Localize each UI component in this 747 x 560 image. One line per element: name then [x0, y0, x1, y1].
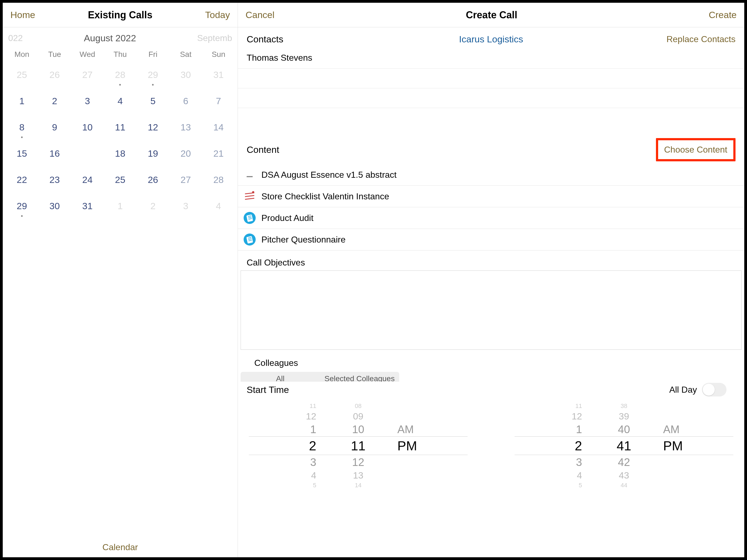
calendar-week: 25262728293031 [5, 68, 235, 82]
calendar-day[interactable]: 28 [104, 68, 137, 82]
content-list: DSA August Essence v1.5 abstractStore Ch… [238, 164, 744, 251]
calendar-day[interactable]: 5 [136, 94, 169, 108]
dow-cell: Tue [38, 50, 71, 59]
company-link[interactable]: Icarus Logistics [459, 34, 523, 45]
calendar-day[interactable]: 16 [38, 146, 71, 160]
calendar-day[interactable]: 3 [169, 199, 202, 213]
right-panel: Cancel Create Call Create Contacts Icaru… [238, 3, 744, 557]
cancel-button[interactable]: Cancel [246, 9, 275, 20]
time-pickers: 11081209110AM211PM312413514 11381239140A… [238, 397, 744, 489]
colleagues-label: Colleagues [238, 350, 744, 368]
contacts-label: Contacts [247, 34, 283, 45]
content-item[interactable]: Store Checklist Valentin Instance [238, 186, 744, 207]
calendar-tab[interactable]: Calendar [103, 542, 138, 552]
calendar-day[interactable]: 28 [202, 173, 235, 187]
calendar-day[interactable]: 20 [169, 146, 202, 160]
calendar-day[interactable]: 13 [169, 120, 202, 134]
calendar-day[interactable]: 26 [136, 173, 169, 187]
calendar-day[interactable]: 9 [38, 120, 71, 134]
content-item-label: DSA August Essence v1.5 abstract [261, 170, 397, 180]
calendar-day[interactable]: 25 [104, 173, 137, 187]
picker-row[interactable]: 1138 [515, 402, 733, 410]
picker-row[interactable]: 1209 [249, 410, 468, 422]
svg-rect-0 [247, 176, 253, 177]
content-item[interactable]: Pitcher Questionnaire [238, 229, 744, 251]
calendar-day[interactable]: 31 [71, 199, 104, 213]
content-item[interactable]: Product Audit [238, 207, 744, 229]
picker-row[interactable]: 413 [249, 469, 468, 481]
start-time-row: Start Time All Day [238, 382, 744, 397]
calendar-day[interactable]: 6 [169, 94, 202, 108]
calendar-day[interactable]: 8 [5, 120, 38, 134]
calendar-day[interactable]: 31 [202, 68, 235, 82]
call-objectives-input[interactable] [241, 271, 742, 350]
end-time-picker[interactable]: 11381239140AM241PM342443544 [515, 402, 733, 489]
picker-row[interactable]: 443 [515, 469, 733, 481]
picker-row[interactable]: 241PM [515, 436, 733, 455]
picker-row[interactable]: 342 [515, 455, 733, 469]
calendar-day[interactable]: 1 [5, 94, 38, 108]
current-month: August 2022 [84, 33, 136, 44]
today-button[interactable]: Today [205, 9, 230, 20]
call-objectives-label: Call Objectives [238, 251, 744, 271]
calendar-day[interactable]: 21 [202, 146, 235, 160]
calendar-day[interactable]: 30 [169, 68, 202, 82]
picker-row[interactable]: 1239 [515, 410, 733, 422]
calendar-day[interactable]: 27 [71, 68, 104, 82]
picker-row[interactable]: 140AM [515, 422, 733, 436]
calendar-day[interactable]: 29 [5, 199, 38, 213]
calendar-day[interactable]: 10 [71, 120, 104, 134]
prev-month[interactable]: 022 [8, 33, 23, 43]
calendar-week: 1234567 [5, 94, 235, 108]
calendar-day[interactable]: 30 [38, 199, 71, 213]
calendar-day[interactable]: 12 [136, 120, 169, 134]
start-time-label: Start Time [247, 384, 289, 395]
home-button[interactable]: Home [10, 9, 35, 20]
next-month[interactable]: Septemb [197, 33, 232, 43]
calendar: MonTueWedThuFriSatSun 252627282930311234… [3, 46, 238, 213]
content-item[interactable]: DSA August Essence v1.5 abstract [238, 164, 744, 186]
picker-row[interactable]: 312 [249, 455, 468, 469]
left-title: Existing Calls [88, 9, 152, 21]
picker-row[interactable]: 514 [249, 481, 468, 489]
start-time-picker[interactable]: 11081209110AM211PM312413514 [249, 402, 468, 489]
content-item-label: Product Audit [261, 213, 313, 223]
calendar-day[interactable]: 26 [38, 68, 71, 82]
calendar-day[interactable]: 18 [104, 146, 137, 160]
calendar-day[interactable]: 4 [104, 94, 137, 108]
calendar-day[interactable]: 2 [38, 94, 71, 108]
calendar-day[interactable]: 2 [136, 199, 169, 213]
calendar-day[interactable]: 4 [202, 199, 235, 213]
calendar-day[interactable]: 25 [5, 68, 38, 82]
day-of-week-row: MonTueWedThuFriSatSun [5, 46, 235, 62]
calendar-day[interactable]: 23 [38, 173, 71, 187]
calendar-day[interactable]: 19 [136, 146, 169, 160]
create-button[interactable]: Create [709, 9, 737, 20]
calendar-day[interactable]: 27 [169, 173, 202, 187]
picker-row[interactable]: 544 [515, 481, 733, 489]
choose-content-button[interactable]: Choose Content [656, 138, 736, 161]
calendar-day[interactable]: 22 [5, 173, 38, 187]
calendar-day[interactable]: 11 [104, 120, 137, 134]
svg-line-3 [245, 198, 254, 199]
picker-row[interactable]: 211PM [249, 436, 468, 455]
calendar-day[interactable]: 29 [136, 68, 169, 82]
picker-row[interactable]: 110AM [249, 422, 468, 436]
svg-line-2 [245, 196, 254, 197]
calendar-day[interactable]: 17 [71, 146, 104, 160]
calendar-day[interactable]: 15 [5, 146, 38, 160]
contact-row[interactable]: Thomas Stevens [238, 47, 744, 69]
calendar-day[interactable]: 3 [71, 94, 104, 108]
calendar-day[interactable]: 24 [71, 173, 104, 187]
all-day-label: All Day [669, 385, 697, 395]
all-day-toggle[interactable] [702, 383, 726, 397]
month-row: 022 August 2022 Septemb [3, 27, 238, 46]
dow-cell: Mon [5, 50, 38, 59]
calendar-day[interactable]: 1 [104, 199, 137, 213]
all-day-group: All Day [669, 383, 726, 397]
contacts-header: Contacts Icarus Logistics Replace Contac… [238, 27, 744, 47]
picker-row[interactable]: 1108 [249, 402, 468, 410]
calendar-day[interactable]: 14 [202, 120, 235, 134]
calendar-day[interactable]: 7 [202, 94, 235, 108]
replace-contacts-button[interactable]: Replace Contacts [666, 34, 736, 44]
